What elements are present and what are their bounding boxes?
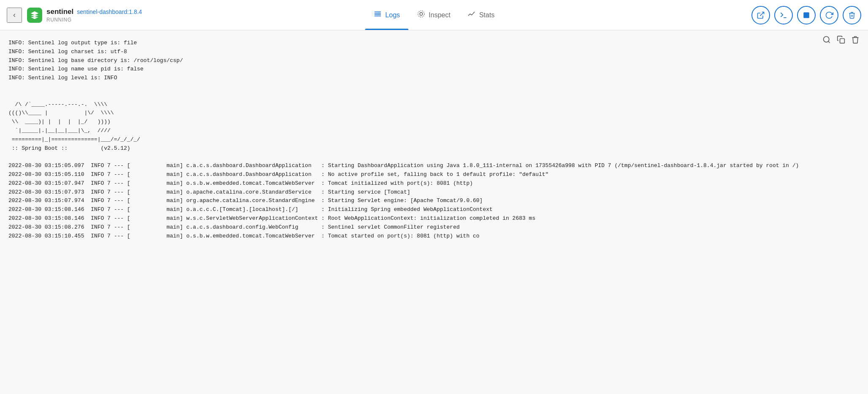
delete-button[interactable] [843,6,861,24]
log-line: INFO: Sentinel log base directory is: /r… [8,57,183,64]
svg-point-4 [420,13,423,16]
log-content: INFO: Sentinel log output type is: file … [8,37,860,240]
log-line: :: Spring Boot :: (v2.5.12) [8,145,130,151]
svg-point-5 [418,11,424,17]
log-line: ((()\\____ | |\/ \\\\ [8,110,114,116]
tab-stats[interactable]: Stats [459,0,503,30]
log-line: =========|_|==============|___/=/_/_/_/ [8,136,140,143]
svg-point-9 [824,37,829,42]
app-version: sentinel-dashboard:1.8.4 [77,8,142,15]
restart-button[interactable] [820,6,838,24]
log-line: INFO: Sentinel log name use pid is: fals… [8,66,144,72]
log-line: 2022-08-30 03:15:07.947 INFO 7 --- [ mai… [8,180,473,186]
open-external-button[interactable] [751,6,770,24]
log-copy-button[interactable] [837,35,845,44]
app-info: sentinel sentinel-dashboard:1.8.4 RUNNIN… [46,8,142,23]
cube-icon [30,11,39,20]
tab-logs[interactable]: Logs [365,0,409,30]
tab-logs-label: Logs [385,11,400,19]
log-line: 2022-08-30 03:15:07.974 INFO 7 --- [ mai… [8,197,483,204]
log-line: 2022-08-30 03:15:05.097 INFO 7 --- [ mai… [8,162,799,169]
app-name: sentinel [46,8,73,16]
svg-line-6 [760,12,764,16]
log-line: INFO: Sentinel log charset is: utf-8 [8,49,127,55]
log-line: /\ /`____.-----.---.-. \\\\ [8,101,107,108]
log-line: 2022-08-30 03:15:08.146 INFO 7 --- [ mai… [8,215,535,221]
terminal-button[interactable] [774,6,793,24]
log-area[interactable]: INFO: Sentinel log output type is: file … [0,30,868,394]
app-status: RUNNING [46,17,142,23]
tab-inspect[interactable]: Inspect [408,0,459,30]
log-line: \\ ____)| | | | |_/ )))) [8,119,111,125]
log-line: INFO: Sentinel log level is: INFO [8,75,117,81]
nav-tabs: Logs Inspect Stats [365,0,503,30]
app-icon [27,8,42,23]
svg-line-10 [828,41,830,43]
log-search-button[interactable] [822,35,831,44]
log-line: 2022-08-30 03:15:08.146 INFO 7 --- [ mai… [8,206,493,213]
svg-rect-8 [803,12,809,18]
stop-button[interactable] [797,6,816,24]
header: ‹ sentinel sentinel-dashboard:1.8.4 RUNN… [0,0,868,30]
log-line: 2022-08-30 03:15:08.276 INFO 7 --- [ mai… [8,224,460,230]
stats-icon [467,10,476,20]
header-actions [751,6,861,24]
inspect-icon [417,10,425,20]
tab-stats-label: Stats [479,11,494,19]
log-line: INFO: Sentinel log output type is: file [8,40,137,46]
svg-rect-11 [840,39,845,43]
log-line: 2022-08-30 03:15:07.973 INFO 7 --- [ mai… [8,189,410,195]
log-line: 2022-08-30 03:15:10.455 INFO 7 --- [ mai… [8,233,480,239]
logs-icon [374,10,382,20]
log-clear-button[interactable] [851,35,860,44]
back-icon: ‹ [13,11,16,19]
tab-inspect-label: Inspect [429,11,450,19]
log-line: `|_____|.|__|__|___|\_, //// [8,127,111,134]
log-toolbar [822,35,860,44]
back-button[interactable]: ‹ [7,8,22,23]
log-line: 2022-08-30 03:15:05.110 INFO 7 --- [ mai… [8,171,548,178]
